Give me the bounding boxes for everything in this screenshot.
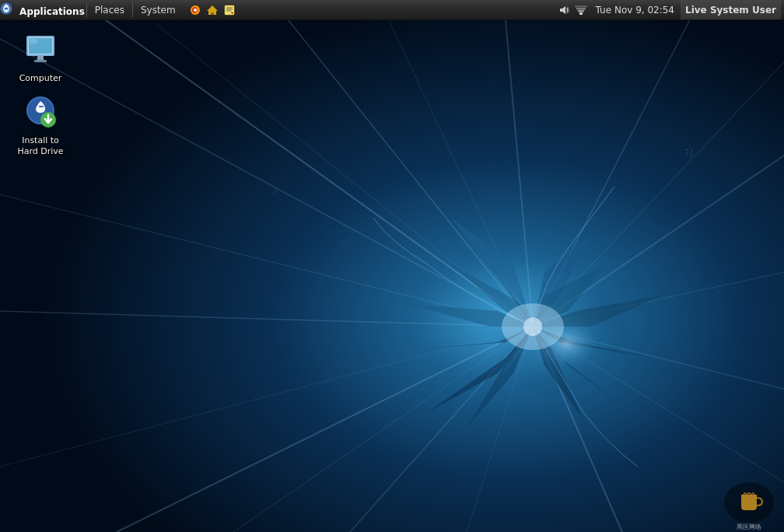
separator-1 [86, 3, 87, 17]
svg-line-11 [533, 327, 784, 389]
svg-point-39 [523, 317, 542, 336]
svg-marker-22 [451, 218, 533, 327]
svg-marker-23 [533, 327, 622, 404]
desktop: 7∫ ∂ π Applications Places System [0, 0, 784, 532]
svg-text:∂: ∂ [272, 188, 276, 196]
taskbar-right: Tue Nov 9, 02:54 Live System User [555, 0, 784, 19]
svg-rect-0 [0, 0, 784, 532]
svg-line-16 [233, 327, 533, 532]
svg-line-14 [467, 327, 533, 532]
install-svg [22, 95, 59, 132]
svg-rect-59 [37, 56, 44, 60]
svg-line-7 [533, 0, 700, 327]
speaker-icon [558, 4, 570, 16]
svg-rect-53 [578, 10, 584, 12]
clock: Tue Nov 9, 02:54 [590, 5, 681, 16]
system-menu[interactable]: System [135, 0, 182, 19]
svg-point-46 [194, 9, 197, 12]
svg-line-20 [0, 194, 533, 327]
home-folder-launcher[interactable] [204, 2, 221, 19]
svg-point-38 [502, 303, 564, 350]
svg-rect-61 [30, 39, 37, 44]
svg-line-4 [272, 0, 533, 327]
svg-marker-26 [451, 264, 533, 327]
svg-line-17 [117, 327, 533, 532]
svg-marker-35 [533, 327, 560, 381]
svg-line-13 [533, 327, 622, 532]
svg-line-15 [350, 327, 533, 532]
edit-icon [223, 4, 236, 16]
svg-marker-34 [498, 272, 533, 327]
install-icon-image [22, 95, 59, 132]
firefox-launcher[interactable] [187, 2, 204, 19]
home-folder-icon [206, 4, 219, 16]
taskbar: Applications Places System [0, 0, 784, 20]
svg-rect-52 [579, 12, 583, 15]
svg-marker-31 [533, 327, 653, 358]
svg-line-6 [506, 20, 533, 327]
computer-svg [22, 33, 59, 70]
network-control[interactable] [572, 2, 590, 19]
fedora-logo-icon [0, 2, 12, 15]
svg-rect-55 [575, 5, 587, 8]
install-icon[interactable]: Install to Hard Drive [9, 92, 72, 161]
svg-rect-64 [39, 106, 44, 107]
computer-icon-label: Computer [19, 73, 62, 84]
text-editor-launcher[interactable] [221, 2, 238, 19]
app-menu-label: Applications [19, 6, 85, 17]
svg-line-2 [78, 0, 533, 327]
svg-rect-54 [576, 8, 586, 10]
computer-icon[interactable]: Computer [9, 30, 72, 87]
svg-marker-21 [533, 233, 591, 327]
svg-marker-25 [533, 264, 607, 327]
separator-2 [132, 3, 133, 17]
svg-point-37 [439, 257, 626, 397]
computer-icon-image [22, 33, 59, 70]
watermark: 黑区网络 www.heiqu.com [722, 478, 776, 524]
svg-marker-28 [467, 327, 533, 428]
watermark-line1: 黑区网络 [727, 523, 771, 531]
svg-marker-36 [498, 327, 533, 381]
svg-marker-24 [428, 327, 533, 412]
install-icon-label: Install to Hard Drive [12, 135, 68, 158]
svg-rect-47 [211, 12, 214, 15]
watermark-badge-bg [722, 478, 776, 524]
svg-line-12 [533, 327, 784, 482]
firefox-icon [189, 4, 201, 16]
svg-line-18 [0, 327, 533, 467]
svg-rect-60 [34, 60, 47, 62]
svg-line-9 [533, 156, 784, 327]
svg-text:7∫: 7∫ [684, 149, 694, 157]
sound-control[interactable] [555, 2, 572, 19]
svg-marker-29 [533, 296, 661, 327]
svg-line-5 [389, 20, 533, 327]
applications-menu[interactable]: Applications [0, 2, 85, 18]
svg-line-19 [0, 311, 533, 327]
svg-line-3 [156, 23, 533, 327]
svg-line-10 [533, 272, 784, 327]
svg-marker-30 [404, 303, 533, 327]
network-icon [575, 4, 587, 16]
svg-text:π: π [716, 288, 721, 298]
places-menu[interactable]: Places [89, 0, 131, 19]
svg-marker-33 [533, 272, 560, 327]
svg-marker-32 [412, 327, 533, 350]
svg-line-8 [533, 62, 784, 327]
svg-line-1 [0, 39, 533, 327]
live-user-label: Live System User [681, 0, 781, 19]
svg-marker-27 [533, 327, 583, 420]
